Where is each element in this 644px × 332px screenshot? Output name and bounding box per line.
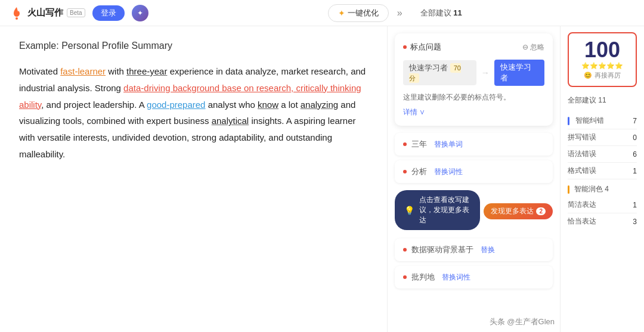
logo-icon: [10, 6, 24, 20]
right-item-5[interactable]: 简洁表达 1: [568, 197, 637, 213]
svg-point-0: [16, 17, 18, 20]
score-action[interactable]: 😊 再接再厉: [569, 71, 636, 80]
main-layout: Example: Personal Profile Summary Motiva…: [0, 26, 644, 332]
suggestion-card-main: 标点问题 ⊖ 忽略 快速学习者 70分 → 快速学习者 这里建议删除不必要的标点…: [395, 33, 553, 126]
text-fast-learner: fast-learner: [60, 66, 106, 76]
right-item-0[interactable]: 智能纠错 7: [568, 113, 637, 129]
word-original: 快速学习者 70分: [403, 60, 476, 85]
score-number: 100: [569, 39, 636, 61]
right-item-3[interactable]: 格式错误 1: [568, 163, 637, 179]
text-good-prepared: good-prepared: [147, 100, 205, 110]
doc-content: Motivated fast-learner with three-year e…: [19, 63, 368, 163]
simple-card-label: 分析: [411, 166, 427, 177]
optimize-button[interactable]: ✦ 一键优化: [328, 4, 389, 22]
simple-card-action: 替换词性: [434, 167, 463, 177]
discover-badge: 2: [536, 207, 546, 215]
polish-bar: [568, 185, 569, 194]
text-with: with: [106, 66, 126, 76]
simple-card-critically[interactable]: 批判地 替换词性: [395, 266, 553, 288]
card-header: 标点问题 ⊖ 忽略: [403, 42, 544, 52]
all-suggestions-label: 全部建议 11: [568, 95, 606, 106]
ignore-button[interactable]: ⊖ 忽略: [522, 42, 544, 52]
right-item-2[interactable]: 语法错误 6: [568, 146, 637, 163]
text-a-lot: a lot: [278, 100, 301, 110]
bulb-icon: 💡: [404, 206, 414, 215]
right-item-count-5: 1: [633, 201, 637, 209]
watermark: 头条 @生产者Glen: [490, 317, 555, 327]
card-desc: 这里建议删除不必要的标点符号。: [403, 92, 544, 103]
tooltip-banner: 💡 点击查看改写建议，发现更多表达: [395, 190, 480, 230]
simple-card-action: 替换词性: [442, 272, 470, 283]
text-know: know: [258, 100, 278, 110]
all-suggestions-header: 全部建议 11: [568, 95, 637, 110]
right-item-1[interactable]: 拼写错误 0: [568, 129, 637, 146]
beta-badge: Beta: [67, 8, 85, 17]
editor-area[interactable]: Example: Personal Profile Summary Motiva…: [0, 26, 388, 332]
text-analyst: analyst who: [205, 100, 258, 110]
tooltip-text: 点击查看改写建议，发现更多表达: [419, 195, 470, 225]
center-suggestions-panel: 标点问题 ⊖ 忽略 快速学习者 70分 → 快速学习者 这里建议删除不必要的标点…: [388, 26, 561, 332]
discover-button[interactable]: 发现更多表达 2: [484, 203, 553, 219]
suggestions-label: 全部建议 11: [420, 8, 462, 18]
tooltip-row: 💡 点击查看改写建议，发现更多表达 发现更多表达 2: [395, 188, 553, 235]
simple-card-label: 数据驱动背景基于: [411, 244, 473, 255]
simple-card-analyze[interactable]: 分析 替换词性: [395, 160, 553, 183]
doc-title: Example: Personal Profile Summary: [19, 41, 368, 51]
text-motivated: Motivated: [19, 66, 60, 76]
right-item-6[interactable]: 恰当表达 3: [568, 213, 637, 229]
simple-card-action: 替换: [481, 245, 495, 255]
topbar: 火山写作 Beta 登录 ✦ ✦ 一键优化 » 全部建议 11: [0, 0, 644, 26]
text-analyzing: analyzing: [301, 100, 338, 110]
polish-label: 智能润色 4: [574, 184, 609, 194]
text-three-year: three-year: [126, 66, 167, 76]
text-and-project: , and project leadership. A: [41, 100, 147, 110]
word-suggested[interactable]: 快速学习者: [494, 60, 544, 86]
simple-card-action: 替换单词: [434, 139, 463, 150]
topbar-center: ✦ 一键优化 » 全部建议 11: [156, 4, 634, 22]
right-item-count-2: 6: [633, 150, 637, 159]
score-stars: ⭐⭐⭐⭐⭐: [569, 62, 636, 70]
right-item-count-3: 1: [633, 167, 637, 175]
polish-header: 智能润色 4: [568, 184, 637, 194]
card-tag: 标点问题: [403, 42, 441, 52]
more-button[interactable]: »: [394, 5, 406, 21]
word-comparison: 快速学习者 70分 → 快速学习者: [403, 60, 544, 86]
card-detail-button[interactable]: 详情 ∨: [403, 107, 544, 117]
right-item-count-0: 7: [633, 117, 637, 125]
simple-card-label: 批判地: [411, 272, 435, 283]
right-panel: 100 ⭐⭐⭐⭐⭐ 😊 再接再厉 全部建议 11 智能纠错 7 拼写错误 0 语: [561, 26, 644, 332]
score-box: 100 ⭐⭐⭐⭐⭐ 😊 再接再厉: [568, 32, 637, 87]
login-button[interactable]: 登录: [92, 5, 125, 21]
simple-card-label: 三年: [411, 139, 427, 150]
arrow-icon: →: [481, 68, 490, 77]
right-item-count-1: 0: [633, 134, 637, 142]
simple-card-data-driven[interactable]: 数据驱动背景基于 替换: [395, 238, 553, 261]
right-item-bar-0: [568, 117, 569, 125]
text-analytical: analytical: [212, 116, 249, 126]
logo-text: 火山写作: [27, 7, 63, 18]
avatar: ✦: [132, 5, 148, 21]
simple-card-three-year[interactable]: 三年 替换单词: [395, 133, 553, 156]
spark-icon: ✦: [338, 8, 345, 18]
logo-area: 火山写作 Beta: [10, 6, 85, 20]
right-item-count-6: 3: [633, 218, 637, 226]
